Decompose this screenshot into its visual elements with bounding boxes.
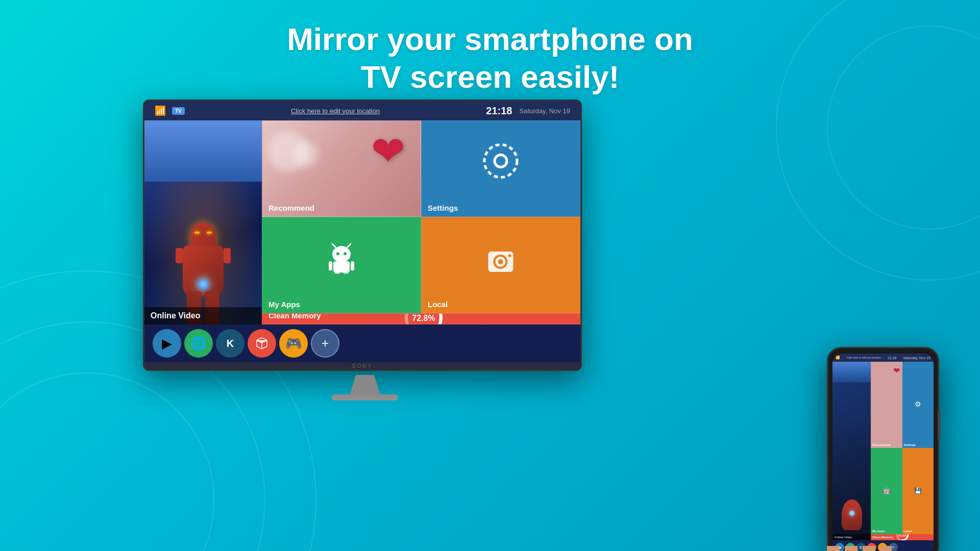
dock-app-kodi[interactable]: K bbox=[216, 329, 244, 358]
headline-line1: Mirror your smartphone on bbox=[0, 20, 980, 58]
phone-arc-reactor bbox=[849, 511, 854, 516]
phone-hand-group: 📶 Click here to edit your location 21:18… bbox=[827, 347, 939, 551]
tv-bottom-strip: SONY bbox=[144, 362, 580, 369]
phone-tile-settings: ⚙ Settings bbox=[902, 362, 934, 448]
myapps-label: My Apps bbox=[268, 300, 300, 309]
online-video-text: Online Video bbox=[151, 311, 201, 320]
tv-statusbar: 📶 TV Click here to edit your location 21… bbox=[144, 101, 580, 120]
tv-content: Online Video ❤ Recommend bbox=[144, 120, 580, 324]
phone-date: Saturday, Nov 19 bbox=[903, 356, 930, 360]
phone-tile-recommend: ❤ Recommend bbox=[871, 362, 902, 448]
phone-wifi-icon: 📶 bbox=[836, 356, 840, 360]
tv-tile-settings[interactable]: Settings bbox=[421, 120, 580, 217]
phone-online-video-label: Online Video bbox=[832, 534, 871, 540]
phone-grid: ❤ Recommend ⚙ Settings 🤖 My Apps bbox=[871, 362, 934, 540]
tv-stand bbox=[350, 375, 380, 395]
svg-rect-7 bbox=[333, 261, 350, 272]
tv-location-button[interactable]: Click here to edit your location bbox=[291, 107, 380, 115]
phone-tile-local: 💾 Local bbox=[902, 448, 934, 534]
svg-point-6 bbox=[344, 252, 347, 255]
tv-grid: ❤ Recommend Settings bbox=[262, 120, 580, 324]
tv-brand: SONY bbox=[352, 363, 373, 369]
settings-gear-icon bbox=[483, 143, 519, 186]
settings-label: Settings bbox=[428, 204, 458, 212]
dock-app-add[interactable]: + bbox=[311, 329, 339, 358]
ironman-arc-reactor bbox=[198, 279, 209, 290]
tv-datetime: 21:18 Saturday, Nov 19 bbox=[486, 105, 570, 117]
phone-statusbar: 📶 Click here to edit your location 21:18… bbox=[832, 354, 934, 362]
tv-date: Saturday, Nov 19 bbox=[520, 107, 570, 115]
dock-app-web[interactable]: 🌐 bbox=[184, 329, 213, 358]
phone-ironman-body bbox=[842, 499, 862, 530]
wifi-icon: 📶 bbox=[155, 105, 166, 116]
bokeh-2 bbox=[293, 141, 318, 167]
phone-side-button bbox=[938, 410, 940, 440]
svg-text:72.8%: 72.8% bbox=[898, 534, 907, 537]
tv-statusbar-left: 📶 TV bbox=[155, 105, 185, 116]
tv-stand-base bbox=[143, 371, 587, 403]
phone-screen: 📶 Click here to edit your location 21:18… bbox=[832, 354, 934, 551]
hand-shape bbox=[817, 546, 949, 551]
svg-rect-9 bbox=[351, 261, 354, 270]
tv-tile-online-video[interactable]: Online Video bbox=[144, 120, 262, 324]
phone-tile-cleanmem: 72.8% Clean Memory bbox=[871, 534, 934, 540]
local-label: Local bbox=[428, 300, 448, 309]
online-video-bg bbox=[144, 120, 262, 324]
svg-rect-8 bbox=[329, 261, 332, 270]
tv-tile-local[interactable]: Local bbox=[421, 217, 580, 313]
tv-body: 📶 TV Click here to edit your location 21… bbox=[143, 99, 582, 371]
tv-wrapper: 📶 TV Click here to edit your location 21… bbox=[143, 99, 587, 403]
svg-line-3 bbox=[332, 244, 335, 247]
online-video-label: Online Video bbox=[144, 307, 262, 324]
svg-rect-11 bbox=[344, 271, 348, 273]
svg-text:72.8%: 72.8% bbox=[412, 314, 435, 322]
tv-tile-clean-memory[interactable]: 72.8% Clean Memory bbox=[262, 313, 580, 324]
phone-body: 📶 Click here to edit your location 21:18… bbox=[827, 347, 939, 551]
phone-ironman bbox=[832, 362, 871, 540]
phone-tile-myapps: 🤖 My Apps bbox=[871, 448, 902, 534]
tv-tile-myapps[interactable]: My Apps bbox=[262, 217, 421, 313]
svg-rect-10 bbox=[335, 271, 339, 273]
dock-app-play[interactable]: ▶ bbox=[153, 329, 181, 358]
tv-dock: ▶ 🌐 K 🎮 + bbox=[144, 324, 580, 362]
ironman-chest bbox=[183, 245, 224, 296]
svg-point-2 bbox=[332, 246, 351, 262]
tv-brand-icon: TV bbox=[172, 107, 185, 115]
svg-point-15 bbox=[508, 254, 511, 257]
headline-line2: TV screen easily! bbox=[0, 58, 980, 96]
memory-circle-icon: 72.8% bbox=[403, 313, 439, 324]
dock-app-store[interactable] bbox=[248, 329, 276, 358]
headline: Mirror your smartphone on TV screen easi… bbox=[0, 0, 980, 96]
clean-memory-label: Clean Memory bbox=[268, 313, 321, 320]
phone-screen-content: 📶 Click here to edit your location 21:18… bbox=[832, 354, 934, 551]
tv-screen: 📶 TV Click here to edit your location 21… bbox=[144, 101, 580, 362]
heart-icon: ❤ bbox=[371, 131, 405, 172]
svg-point-5 bbox=[336, 252, 339, 255]
tv-tile-recommend[interactable]: ❤ Recommend bbox=[262, 120, 421, 217]
android-icon bbox=[326, 243, 357, 280]
phone-time: 21:18 bbox=[888, 356, 897, 360]
recommend-label: Recommend bbox=[268, 204, 314, 212]
tv-time: 21:18 bbox=[486, 105, 512, 117]
phone-main-content: Online Video ❤ Recommend ⚙ Settings bbox=[832, 362, 934, 540]
svg-point-14 bbox=[498, 259, 503, 264]
svg-point-0 bbox=[495, 155, 507, 167]
hdd-icon bbox=[484, 245, 518, 279]
svg-line-4 bbox=[348, 244, 351, 247]
svg-point-1 bbox=[484, 144, 517, 177]
dock-app-games[interactable]: 🎮 bbox=[279, 329, 308, 358]
phone-featured: Online Video bbox=[832, 362, 871, 540]
phone-location: Click here to edit your location bbox=[847, 356, 881, 359]
